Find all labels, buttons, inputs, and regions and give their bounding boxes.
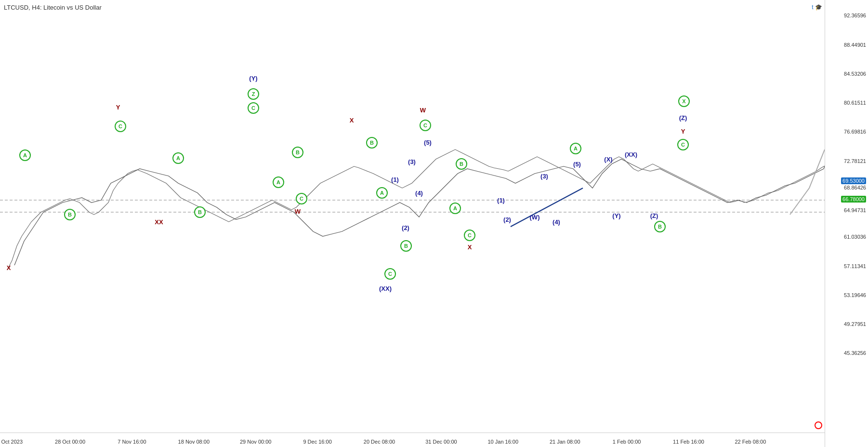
time-oct17: 17 Oct 2023 [0, 439, 23, 445]
time-dec20: 20 Dec 08:00 [364, 439, 395, 445]
price-53: 53.19646 [844, 292, 866, 298]
time-feb11: 11 Feb 16:00 [673, 439, 704, 445]
price-84: 84.53206 [844, 71, 866, 77]
time-dec9: 9 Dec 16:00 [303, 439, 331, 445]
time-oct28: 28 Oct 00:00 [55, 439, 85, 445]
time-jan10: 10 Jan 16:00 [488, 439, 519, 445]
price-76: 76.69816 [844, 129, 866, 135]
chart-container: LTCUSD, H4: Litecoin vs US Dollar t 🎓 92… [0, 0, 868, 447]
time-nov18: 18 Nov 08:00 [178, 439, 210, 445]
time-axis: 17 Oct 2023 28 Oct 00:00 7 Nov 16:00 18 … [0, 433, 825, 447]
time-feb1: 1 Feb 00:00 [613, 439, 641, 445]
chart-svg [0, 0, 825, 433]
price-92: 92.36596 [844, 13, 866, 18]
price-72: 72.78121 [844, 158, 866, 164]
price-64: 64.94731 [844, 207, 866, 213]
time-feb22: 22 Feb 08:00 [735, 439, 766, 445]
price-axis: 92.36596 88.44901 84.53206 80.61511 76.6… [825, 0, 868, 447]
price-current: 69.53000 [841, 177, 866, 184]
svg-line-2 [511, 188, 583, 227]
price-80: 80.61511 [844, 100, 866, 106]
price-57: 57.11341 [844, 263, 866, 269]
price-45: 45.36256 [844, 350, 866, 356]
time-nov29: 29 Nov 00:00 [240, 439, 271, 445]
price-49: 49.27951 [844, 321, 866, 327]
price-88: 88.44901 [844, 42, 866, 48]
circle-o [814, 421, 823, 432]
time-nov7: 7 Nov 16:00 [118, 439, 146, 445]
time-jan21: 21 Jan 08:00 [550, 439, 580, 445]
price-61: 61.03036 [844, 234, 866, 240]
price-green: 66.78000 [841, 196, 866, 203]
svg-point-3 [815, 422, 822, 429]
price-68: 68.86426 [844, 185, 866, 190]
time-dec31: 31 Dec 00:00 [425, 439, 457, 445]
